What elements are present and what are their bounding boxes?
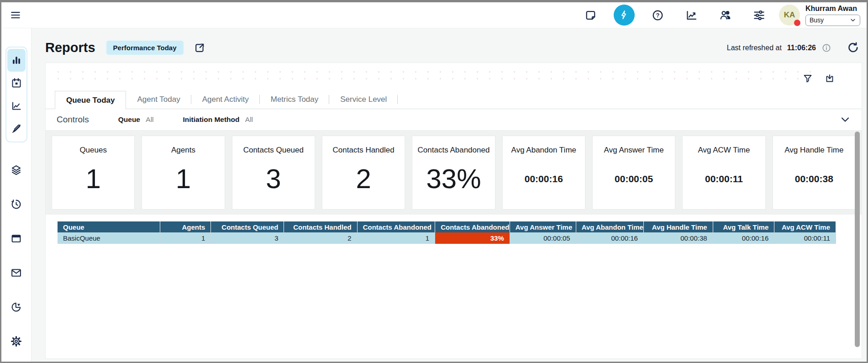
sidebar-item-schedule[interactable]: [7, 72, 26, 95]
sidebar-item-metrics[interactable]: [7, 95, 26, 117]
col-contacts-abandoned-pct[interactable]: Contacts Abandoned %: [435, 221, 510, 232]
tab-label: Agent Activity: [202, 95, 249, 104]
metric-card-contacts-abandoned: Contacts Abandoned 33%: [412, 136, 495, 210]
help-icon: ?: [652, 9, 664, 21]
filter-label: Initiation Method: [183, 116, 240, 123]
drag-dots-grid: [52, 68, 821, 84]
user-info: Khurram Awan Busy: [805, 5, 860, 26]
col-avg-talk-time[interactable]: Avg Talk Time: [713, 221, 774, 232]
body: Reports Performance Today Last refreshed…: [1, 28, 867, 362]
filter-icon[interactable]: [802, 73, 813, 84]
main-content: Reports Performance Today Last refreshed…: [32, 28, 867, 362]
metric-value: 00:00:11: [705, 148, 743, 209]
col-queue[interactable]: Queue: [58, 221, 160, 232]
window-icon: [11, 233, 22, 244]
sidebar-nav-group: [5, 47, 27, 142]
hamburger-menu-button[interactable]: [9, 8, 22, 22]
tab-label: Queue Today: [66, 96, 115, 105]
metric-card-avg-abandon-time: Avg Abandon Time 00:00:16: [502, 136, 585, 210]
tab-agent-today[interactable]: Agent Today: [126, 90, 191, 109]
refresh-icon[interactable]: [847, 42, 859, 54]
sidebar-item-reports[interactable]: [7, 49, 26, 72]
metric-value: 3: [266, 148, 281, 209]
cell-avg-acw-time: 00:00:11: [774, 232, 836, 244]
agents-button[interactable]: [719, 9, 731, 21]
history-icon: [11, 199, 22, 210]
cell-contacts-handled: 2: [284, 232, 357, 244]
card-actions: [802, 73, 835, 84]
sidebar-item-window[interactable]: [7, 232, 26, 245]
report-badge: Performance Today: [106, 41, 184, 55]
controls-title: Controls: [57, 115, 89, 125]
avatar-initials: KA: [784, 11, 795, 20]
sidebar-item-customize[interactable]: [7, 117, 26, 140]
tab-metrics-today[interactable]: Metrics Today: [260, 90, 330, 109]
cell-contacts-abandoned-pct: 33%: [435, 232, 510, 244]
boost-lightning-icon: [619, 10, 630, 21]
cell-contacts-abandoned: 1: [357, 232, 435, 244]
col-avg-handle-time[interactable]: Avg Handle Time: [643, 221, 713, 232]
tab-label: Service Level: [340, 95, 387, 104]
topbar-icons: ?: [584, 5, 765, 26]
metric-card-queues: Queues 1: [52, 136, 135, 210]
queue-table-wrap: Queue Agents Contacts Queued Contacts Ha…: [46, 215, 862, 244]
sidebar-item-routing[interactable]: [7, 163, 26, 176]
filter-value: All: [146, 116, 153, 123]
settings-sliders-button[interactable]: [753, 9, 765, 21]
sidebar-item-history[interactable]: [7, 198, 26, 210]
col-agents[interactable]: Agents: [160, 221, 211, 232]
metrics-button[interactable]: [685, 9, 698, 21]
filter-queue[interactable]: Queue All: [118, 116, 154, 124]
cell-avg-abandon-time: 00:00:16: [576, 232, 643, 244]
tab-label: Metrics Today: [271, 95, 319, 104]
sidebar-item-settings[interactable]: [7, 335, 26, 347]
note-icon: [584, 9, 597, 21]
col-contacts-abandoned[interactable]: Contacts Abandoned: [357, 221, 435, 232]
cell-avg-answer-time: 00:00:05: [510, 232, 576, 244]
metric-card-avg-handle-time: Avg Handle Time 00:00:38: [773, 136, 856, 210]
tab-service-level[interactable]: Service Level: [329, 90, 398, 109]
col-avg-answer-time[interactable]: Avg Answer Time: [510, 221, 576, 232]
filter-initiation-method[interactable]: Initiation Method All: [183, 116, 253, 124]
col-contacts-handled[interactable]: Contacts Handled: [284, 221, 357, 232]
report-card: Queue Today Agent Today Agent Activity M…: [45, 63, 862, 359]
table-row[interactable]: BasicQueue 1 3 2 1 33% 00:00:05 00:00:16…: [58, 232, 836, 244]
download-icon[interactable]: [824, 73, 835, 84]
layers-icon: [11, 164, 22, 176]
collapse-chevron-icon[interactable]: [840, 114, 851, 125]
metric-value: 2: [356, 148, 371, 209]
metric-value: 33%: [426, 148, 481, 209]
metric-cards-row: Queues 1 Agents 1 Contacts Queued 3 Cont…: [46, 131, 862, 215]
svg-text:?: ?: [656, 12, 660, 19]
boost-button[interactable]: [614, 5, 635, 26]
info-icon[interactable]: [821, 43, 831, 53]
tab-agent-activity[interactable]: Agent Activity: [191, 90, 260, 109]
page-header: Reports Performance Today Last refreshed…: [32, 28, 867, 55]
note-button[interactable]: [584, 9, 597, 21]
table-header-row: Queue Agents Contacts Queued Contacts Ha…: [58, 221, 836, 232]
app-window: ?: [0, 0, 868, 363]
sidebar-item-mail[interactable]: [7, 266, 26, 279]
external-link-icon[interactable]: [194, 42, 205, 54]
vertical-scrollbar-thumb[interactable]: [855, 132, 860, 347]
tab-queue-today[interactable]: Queue Today: [55, 91, 126, 109]
metric-card-contacts-queued: Contacts Queued 3: [232, 136, 315, 210]
cell-avg-handle-time: 00:00:38: [643, 232, 713, 244]
gear-icon: [11, 336, 22, 347]
col-avg-acw-time[interactable]: Avg ACW Time: [774, 221, 836, 232]
status-select-value: Busy: [810, 16, 824, 24]
avatar[interactable]: KA: [779, 5, 800, 26]
status-select[interactable]: Busy: [805, 15, 860, 26]
hamburger-icon: [10, 9, 21, 21]
filter-value: All: [245, 116, 253, 123]
filter-label: Queue: [118, 116, 140, 123]
help-button[interactable]: ?: [652, 9, 664, 21]
col-avg-abandon-time[interactable]: Avg Abandon Time: [576, 221, 643, 232]
col-contacts-queued[interactable]: Contacts Queued: [211, 221, 284, 232]
sidebar-item-reports-pie[interactable]: [7, 300, 26, 313]
page-title: Reports: [45, 40, 95, 55]
user-area: KA Khurram Awan Busy: [779, 5, 860, 26]
user-name: Khurram Awan: [805, 5, 860, 13]
metric-value: 00:00:38: [795, 148, 833, 209]
sidebar-extra: [7, 163, 26, 347]
